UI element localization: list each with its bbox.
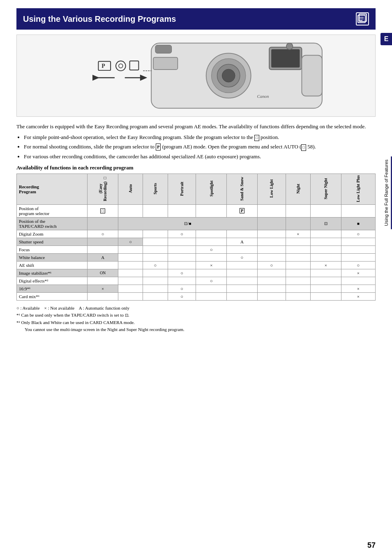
cell: ○ <box>341 261 375 269</box>
cell <box>88 217 118 230</box>
cell <box>118 292 143 300</box>
p-icon: P <box>156 144 161 150</box>
svg-point-21 <box>286 43 293 50</box>
cell <box>227 285 258 292</box>
cell <box>257 238 286 245</box>
cell <box>143 204 168 217</box>
cell <box>118 230 143 238</box>
cell <box>257 277 286 285</box>
svg-rect-19 <box>302 56 322 96</box>
legend-symbols: ○ : Available × : Not available A : Auto… <box>16 305 376 312</box>
cell <box>286 245 310 253</box>
table-row: Image stabilizer*¹ ON ○ × <box>17 269 376 277</box>
svg-rect-9 <box>130 61 139 70</box>
cell: ○ <box>168 269 196 277</box>
cell <box>310 253 341 261</box>
cell: × <box>196 261 227 269</box>
table-row: Shutter speed ○ A <box>17 238 376 245</box>
svg-rect-22 <box>155 45 172 53</box>
camcorder-image: P <box>16 35 376 117</box>
cell <box>168 277 196 285</box>
cell: ○ <box>118 238 143 245</box>
right-side-label: Using the Full Range of Features <box>382 156 392 229</box>
cell: ○ <box>88 230 118 238</box>
note1-text: *¹ Can be used only when the TAPE/CARD s… <box>16 313 129 317</box>
legend-auto: A : Automatic function only <box>79 306 129 310</box>
cell <box>286 238 310 245</box>
box-icon-1: □ <box>254 135 259 141</box>
cell <box>227 261 258 269</box>
cell <box>196 269 227 277</box>
cell <box>310 230 341 238</box>
box-icon-2: □ <box>301 144 306 151</box>
cell: ⊡ <box>310 217 341 230</box>
cell <box>257 269 286 277</box>
cell <box>341 238 375 245</box>
cell: ○ <box>341 230 375 238</box>
page-title: Using the Various Recording Programs <box>23 14 176 24</box>
cell <box>196 253 227 261</box>
cell <box>118 253 143 261</box>
cell <box>88 277 118 285</box>
cell: × <box>341 285 375 292</box>
cell: ○ <box>227 253 258 261</box>
table-row: White balance A ○ <box>17 253 376 261</box>
table-row: Digital effects*² ○ <box>17 277 376 285</box>
page-header: Using the Various Recording Programs <box>16 8 376 30</box>
cell: × <box>310 261 341 269</box>
cell <box>143 277 168 285</box>
cell <box>310 277 341 285</box>
col-header-auto: Auto <box>118 174 143 205</box>
row-label: 16:9*¹ <box>17 285 88 292</box>
cell <box>118 245 143 253</box>
availability-table: RecordingProgram (EasyRecording) □ Auto … <box>16 174 376 301</box>
row-label: Image stabilizer*¹ <box>17 269 88 277</box>
cell <box>341 253 375 261</box>
cell <box>310 245 341 253</box>
col-header-sports: Sports <box>143 174 168 205</box>
cell <box>196 204 227 217</box>
section-tab-e: E <box>380 33 392 45</box>
cell: ○ <box>196 277 227 285</box>
svg-rect-23 <box>153 57 178 69</box>
svg-point-7 <box>116 61 126 71</box>
cell <box>168 238 196 245</box>
cell <box>118 277 143 285</box>
table-row: AE shift ○ × ○ × ○ <box>17 261 376 269</box>
legend-note2: *² Only Black and White can be used in C… <box>16 319 376 326</box>
cell <box>286 277 310 285</box>
cell <box>341 204 375 217</box>
cell <box>118 204 143 217</box>
row-label: Digital Zoom <box>17 230 88 238</box>
col-header-portrait: Portrait <box>168 174 196 205</box>
header-icon <box>356 12 369 25</box>
table-row: Card mix*¹ ○ × <box>17 292 376 300</box>
col-header-spotlight: Spotlight <box>196 174 227 205</box>
cell: × <box>88 285 118 292</box>
row-label: Focus <box>17 245 88 253</box>
cell: ⊡/■ <box>118 217 257 230</box>
row-label: Position of theTAPE/CARD switch <box>17 217 88 230</box>
cell <box>257 285 286 292</box>
cell <box>88 238 118 245</box>
cell <box>286 217 310 230</box>
col-header-lowplus: Low Light Plus <box>341 174 375 205</box>
cell <box>257 245 286 253</box>
cell <box>143 245 168 253</box>
row-label: Digital effects*² <box>17 277 88 285</box>
cell <box>286 261 310 269</box>
cell <box>196 238 227 245</box>
cell: ON <box>88 269 118 277</box>
cell <box>196 285 227 292</box>
legend-note3: You cannot use the multi-image screen in… <box>16 326 376 333</box>
cell <box>196 230 227 238</box>
cell <box>310 204 341 217</box>
row-label: AE shift <box>17 261 88 269</box>
table-title: Availability of functions in each record… <box>16 164 376 171</box>
col-header-easy: (EasyRecording) □ <box>88 174 118 205</box>
cell: A <box>227 238 258 245</box>
cell <box>227 292 258 300</box>
table-row: Focus ○ <box>17 245 376 253</box>
cell <box>168 245 196 253</box>
cell <box>196 292 227 300</box>
